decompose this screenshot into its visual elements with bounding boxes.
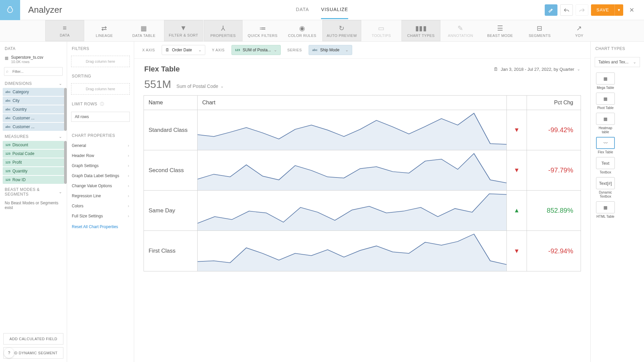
table-row: First Class ▼ -92.94% xyxy=(144,231,581,271)
dimension-pill[interactable]: abcCity xyxy=(3,97,64,105)
dimension-pill[interactable]: abcCustomer ... xyxy=(3,114,64,122)
undo-button[interactable] xyxy=(560,4,573,16)
measure-pill[interactable]: 123Profit xyxy=(3,158,64,166)
date-range-picker[interactable]: 🗓 Jan 3, 2018 - Jul 27, 2022, by Quarter… xyxy=(494,67,580,72)
toolbar-autopreview[interactable]: ↻AUTO PREVIEW xyxy=(322,20,361,41)
table-row: Same Day ▲ 852.89% xyxy=(144,191,581,231)
pill-label: City xyxy=(13,98,20,103)
tab-data[interactable]: DATA xyxy=(296,1,309,19)
chart-prop-item[interactable]: Header Row› xyxy=(67,151,134,161)
row-name: First Class xyxy=(144,231,198,271)
toolbar-lineage[interactable]: ⇄LINEAGE xyxy=(85,20,124,41)
header-tabs: DATA VISUALIZE xyxy=(296,1,348,19)
dimension-pill[interactable]: abcCategory xyxy=(3,88,64,96)
chart-prop-item[interactable]: Regression Line› xyxy=(67,191,134,201)
undo-icon xyxy=(564,8,570,12)
measure-pill[interactable]: 123Quantity xyxy=(3,167,64,175)
metric-label-dropdown[interactable]: Sum of Postal Code ⌄ xyxy=(176,84,224,89)
chart-props-title: CHART PROPERTIES xyxy=(67,128,134,141)
filters-dropzone[interactable]: Drag column here xyxy=(71,56,130,67)
tab-visualize[interactable]: VISUALIZE xyxy=(321,1,348,19)
chart-type-pivot-table[interactable]: ▦Pivot Table xyxy=(595,93,616,110)
toolbar-charttypes[interactable]: ▮▮▮CHART TYPES xyxy=(401,20,440,41)
chart-prop-item[interactable]: Colors› xyxy=(67,201,134,211)
toolbar-beastmode[interactable]: ☰BEAST MODE xyxy=(481,20,520,41)
table-row: Standard Class ▼ -99.42% xyxy=(144,110,581,150)
dimension-pill[interactable]: abcCountry xyxy=(3,105,64,113)
app-logo xyxy=(0,0,20,20)
beast-header[interactable]: BEAST MODES & SEGMENTS ⌄ xyxy=(0,184,67,199)
toolbar-label: BEAST MODE xyxy=(487,34,513,38)
main-toolbar: ≡DATA⇄LINEAGE▦DATA TABLE▼FILTER & SORT⅄P… xyxy=(0,20,644,42)
measure-pill[interactable]: 123Discount xyxy=(3,141,64,149)
dimensions-label: DIMENSIONS xyxy=(5,81,32,86)
dimensions-header[interactable]: DIMENSIONS ⌄ xyxy=(0,78,67,88)
row-trend-icon: ▼ xyxy=(507,150,527,190)
data-filter-input[interactable] xyxy=(4,67,63,76)
row-pct-chg: -99.42% xyxy=(527,110,581,150)
toolbar-segments[interactable]: ⊟SEGMENTS xyxy=(520,20,559,41)
chart-type-html-table[interactable]: ▦HTML Table xyxy=(595,201,616,219)
save-button[interactable]: SAVE xyxy=(591,4,614,16)
calendar-icon: 🗓 xyxy=(165,48,169,52)
toolbar-label: YOY xyxy=(575,34,584,38)
chevron-down-icon: ⌄ xyxy=(59,81,62,86)
chart-type-flex-table[interactable]: 〰Flex Table xyxy=(595,137,616,154)
toolbar-data[interactable]: ≡DATA xyxy=(45,20,84,41)
x-axis-chip[interactable]: 🗓Order Date ⌄ xyxy=(162,45,205,55)
filter-input-wrap: ⌕ xyxy=(0,65,67,78)
chart-type-thumb: Text xyxy=(596,157,615,169)
chevron-right-icon: › xyxy=(128,143,129,148)
row-sparkline xyxy=(198,150,507,190)
y-axis-chip[interactable]: 123SUM of Posta... ⌄ xyxy=(231,45,281,55)
measures-header[interactable]: MEASURES ⌄ xyxy=(0,131,67,141)
toolbar-label: SEGMENTS xyxy=(529,34,551,38)
limit-rows-select[interactable]: All rows xyxy=(71,112,130,122)
toolbar-tooltips: ▭TOOLTIPS xyxy=(362,20,401,41)
chart-prop-item[interactable]: Graph Settings› xyxy=(67,161,134,171)
help-button[interactable]: ? xyxy=(4,348,14,358)
close-button[interactable]: ✕ xyxy=(626,4,637,16)
chart-prop-item[interactable]: Full Size Settings› xyxy=(67,211,134,221)
measure-pill[interactable]: 123Row ID xyxy=(3,176,64,184)
toolbar-yoy[interactable]: ↗YOY xyxy=(560,20,599,41)
chart-prop-item[interactable]: Graph Data Label Settings› xyxy=(67,171,134,181)
chevron-right-icon: › xyxy=(128,214,129,218)
dataset-row[interactable]: ▦ Superstore_ts.csv 10.0K rows xyxy=(0,54,67,65)
chart-prop-item[interactable]: General› xyxy=(67,141,134,151)
segments-icon: ⊟ xyxy=(537,24,543,32)
chart-type-textbox[interactable]: TextTextbox xyxy=(595,157,616,174)
add-calculated-field-button[interactable]: ADD CALCULATED FIELD xyxy=(3,333,63,345)
tools-button[interactable] xyxy=(545,4,557,16)
toolbar-label: ANNOTATION xyxy=(448,34,473,38)
chart-prop-item[interactable]: Change Value Options› xyxy=(67,181,134,191)
metric-value: 551M xyxy=(144,78,171,91)
toolbar-quickfilters[interactable]: ≔QUICK FILTERS xyxy=(243,20,282,41)
sorting-dropzone[interactable]: Drag column here xyxy=(71,83,130,95)
table-row: Second Class ▼ -97.79% xyxy=(144,150,581,191)
dimension-pill[interactable]: abcCustomer ... xyxy=(3,123,64,131)
toolbar-datatable[interactable]: ▦DATA TABLE xyxy=(124,20,163,41)
chart-type-dynamic-textbox[interactable]: Text[#]Dynamic Textbox xyxy=(595,177,616,199)
chart-type-mega-table[interactable]: ▦Mega Table xyxy=(595,72,616,90)
toolbar-label: DATA TABLE xyxy=(132,34,156,38)
filters-title: FILTERS xyxy=(67,42,134,54)
chevron-down-icon: ⌄ xyxy=(633,60,636,64)
series-chip[interactable]: abcShip Mode ⌄ xyxy=(309,45,352,55)
axis-bar: X AXIS 🗓Order Date ⌄ Y AXIS 123SUM of Po… xyxy=(134,42,590,59)
y-axis-label: Y AXIS xyxy=(212,48,225,52)
chart-type-heatmap-table[interactable]: ▦Heatmap table xyxy=(595,113,616,134)
chart-type-label: Heatmap table xyxy=(595,126,616,134)
save-caret-button[interactable]: ▾ xyxy=(614,4,623,16)
toolbar-properties[interactable]: ⅄PROPERTIES xyxy=(204,20,243,41)
properties-icon: ⅄ xyxy=(221,24,225,32)
chart-types-group-select[interactable]: Tables and Tex... ⌄ xyxy=(595,57,640,67)
row-pct-chg: -97.79% xyxy=(527,150,581,190)
sorting-title: SORTING xyxy=(67,69,134,81)
reset-chart-props-link[interactable]: Reset All Chart Properties xyxy=(67,221,134,232)
measure-pill[interactable]: 123Postal Code xyxy=(3,150,64,158)
toolbar-colorrules[interactable]: ◉COLOR RULES xyxy=(283,20,322,41)
chevron-down-icon: ⌄ xyxy=(220,84,224,89)
toolbar-filtersort[interactable]: ▼FILTER & SORT xyxy=(164,20,203,41)
measures-label: MEASURES xyxy=(5,134,29,139)
